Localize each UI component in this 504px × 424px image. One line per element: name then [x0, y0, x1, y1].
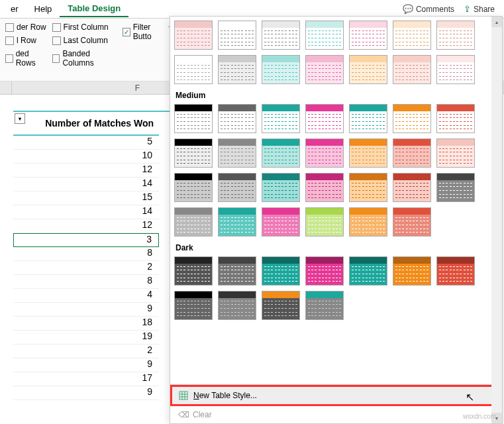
- table-style-swatch[interactable]: [262, 104, 300, 133]
- corner-cell[interactable]: [0, 81, 12, 95]
- scrollbar[interactable]: ▴ ▾: [491, 17, 502, 423]
- table-cell[interactable]: 18: [13, 317, 159, 331]
- table-style-swatch[interactable]: [436, 173, 475, 202]
- table-style-swatch[interactable]: [174, 55, 213, 84]
- scroll-up-button[interactable]: ▴: [491, 17, 502, 27]
- table-cell[interactable]: 15: [13, 191, 159, 205]
- table-style-swatch[interactable]: [349, 21, 387, 50]
- swatch-body: [393, 264, 430, 285]
- table-cell[interactable]: 8: [13, 247, 159, 261]
- menu-item-help[interactable]: Help: [26, 1, 60, 17]
- table-style-swatch[interactable]: [436, 21, 475, 50]
- table-cell[interactable]: 19: [13, 331, 159, 344]
- table-cell[interactable]: 14: [13, 178, 159, 191]
- checkbox-option[interactable]: Last Column: [52, 34, 117, 46]
- table-style-swatch[interactable]: [174, 21, 213, 50]
- table-style-swatch[interactable]: [436, 256, 475, 286]
- table-style-swatch[interactable]: [218, 104, 256, 133]
- table-cell[interactable]: 12: [13, 164, 159, 178]
- new-table-style-button[interactable]: NNew Table Style...ew Table Style...: [170, 385, 502, 406]
- table-style-swatch[interactable]: [305, 138, 344, 168]
- comments-button[interactable]: 💬 Comments: [403, 4, 454, 14]
- table-style-swatch[interactable]: [349, 55, 387, 84]
- table-style-swatch[interactable]: [218, 291, 256, 320]
- table-style-swatch[interactable]: [262, 55, 300, 84]
- table-cell[interactable]: 4: [13, 289, 159, 303]
- table-cell[interactable]: 2: [13, 261, 159, 275]
- table-style-swatch[interactable]: [174, 291, 213, 320]
- table-style-swatch[interactable]: [262, 256, 300, 286]
- table-style-swatch[interactable]: [262, 21, 300, 50]
- table-style-swatch[interactable]: [305, 291, 344, 320]
- table-cell[interactable]: 8: [13, 275, 159, 289]
- table-cell[interactable]: 2: [13, 344, 159, 358]
- table-style-swatch[interactable]: [262, 138, 300, 168]
- swatch-header: [306, 174, 343, 180]
- table-style-swatch[interactable]: [305, 104, 344, 133]
- table-cell[interactable]: 9: [13, 303, 159, 317]
- table-style-swatch[interactable]: [174, 104, 213, 133]
- table-style-swatch[interactable]: [218, 207, 256, 237]
- share-button[interactable]: ⇪ Share: [464, 4, 495, 14]
- table-styles-panel: Medium Dark ▴ ▾ NNew Table Style...ew Ta…: [170, 16, 503, 424]
- table-cell[interactable]: 12: [13, 219, 159, 233]
- table-cell[interactable]: 17: [13, 372, 159, 386]
- table-style-swatch[interactable]: [349, 138, 387, 168]
- checkbox-option[interactable]: ded Rows: [5, 48, 47, 69]
- table-style-swatch[interactable]: [393, 104, 431, 133]
- table-style-swatch[interactable]: [218, 173, 256, 202]
- menu-item[interactable]: er: [3, 1, 26, 17]
- table-style-swatch[interactable]: [305, 55, 344, 84]
- table-style-swatch[interactable]: [305, 207, 344, 237]
- table-style-swatch[interactable]: [393, 21, 431, 50]
- table-style-swatch[interactable]: [349, 173, 387, 202]
- table-style-swatch[interactable]: [305, 256, 344, 286]
- checkbox-option[interactable]: Banded Columns: [52, 48, 117, 69]
- options-col1: der Rowl Rowded Rows: [5, 21, 47, 69]
- table-style-swatch[interactable]: [218, 256, 256, 286]
- table-cell[interactable]: 10: [13, 150, 159, 164]
- table-cell[interactable]: 9: [13, 358, 159, 372]
- table-style-swatch[interactable]: [393, 207, 431, 237]
- table-style-swatch[interactable]: [349, 104, 387, 133]
- swatch-header: [306, 21, 343, 28]
- table-style-swatch[interactable]: [262, 207, 300, 237]
- table-style-swatch[interactable]: [174, 207, 213, 237]
- table-cell[interactable]: 5: [13, 136, 159, 150]
- table-style-swatch[interactable]: [262, 291, 300, 320]
- table-style-swatch[interactable]: [393, 138, 431, 168]
- table-column-header[interactable]: ▾ Number of Matches Won: [13, 112, 159, 136]
- swatch-header: [393, 105, 430, 111]
- table-style-swatch[interactable]: [262, 173, 300, 202]
- table-cell[interactable]: 14: [13, 205, 159, 219]
- table-style-swatch[interactable]: [436, 55, 475, 84]
- column-header-text: Number of Matches Won: [45, 118, 154, 129]
- swatch-header: [219, 174, 256, 180]
- table-style-swatch[interactable]: [218, 21, 256, 50]
- table-style-swatch[interactable]: [174, 138, 213, 168]
- table-style-swatch[interactable]: [174, 256, 213, 286]
- table-cell[interactable]: 3: [13, 233, 159, 247]
- menu-item-table-design[interactable]: Table Design: [60, 1, 128, 17]
- table-style-swatch[interactable]: [436, 138, 475, 168]
- table-style-swatch[interactable]: [305, 173, 344, 202]
- table-style-swatch[interactable]: [218, 138, 256, 168]
- checkbox-option[interactable]: der Row: [5, 21, 47, 33]
- table-style-swatch[interactable]: [349, 256, 387, 286]
- table-style-swatch[interactable]: [174, 173, 213, 202]
- swatch-body: [262, 180, 299, 201]
- checkbox-option[interactable]: l Row: [5, 34, 47, 46]
- swatch-body: [262, 62, 299, 83]
- table-style-swatch[interactable]: [393, 256, 431, 286]
- table-style-swatch[interactable]: [393, 173, 431, 202]
- table-cell[interactable]: 9: [13, 386, 159, 400]
- style-scroll-area[interactable]: Medium Dark: [170, 17, 502, 384]
- table-style-swatch[interactable]: [218, 55, 256, 84]
- checkbox-option[interactable]: First Column: [52, 21, 117, 33]
- table-style-swatch[interactable]: [436, 104, 475, 133]
- filter-dropdown-button[interactable]: ▾: [15, 113, 25, 124]
- table-style-swatch[interactable]: [305, 21, 344, 50]
- table-style-swatch[interactable]: [393, 55, 431, 84]
- table-style-swatch[interactable]: [349, 207, 387, 237]
- checkbox-option[interactable]: ✓Filter Butto: [123, 21, 167, 42]
